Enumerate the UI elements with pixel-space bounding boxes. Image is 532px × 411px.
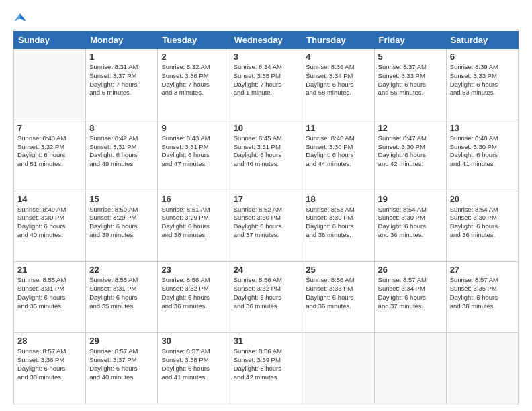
day-info: Sunrise: 8:56 AM Sunset: 3:33 PM Dayligh… — [306, 276, 370, 310]
logo-bird-icon — [14, 12, 26, 24]
day-info: Sunrise: 8:54 AM Sunset: 3:30 PM Dayligh… — [378, 205, 443, 240]
calendar-header-sunday: Sunday — [14, 32, 86, 49]
day-number: 14 — [17, 194, 82, 204]
day-info: Sunrise: 8:57 AM Sunset: 3:37 PM Dayligh… — [89, 347, 154, 381]
day-number: 28 — [17, 336, 82, 346]
day-info: Sunrise: 8:55 AM Sunset: 3:31 PM Dayligh… — [89, 276, 154, 310]
day-info: Sunrise: 8:57 AM Sunset: 3:36 PM Dayligh… — [17, 347, 82, 381]
day-number: 2 — [161, 52, 226, 62]
calendar-header-row: SundayMondayTuesdayWednesdayThursdayFrid… — [14, 32, 519, 49]
calendar-cell: 11Sunrise: 8:46 AM Sunset: 3:30 PM Dayli… — [302, 120, 374, 191]
day-number: 9 — [161, 123, 226, 133]
day-number: 19 — [378, 194, 443, 204]
day-number: 4 — [306, 52, 370, 62]
calendar-cell: 14Sunrise: 8:49 AM Sunset: 3:30 PM Dayli… — [14, 191, 86, 262]
day-number: 21 — [17, 265, 82, 275]
page: SundayMondayTuesdayWednesdayThursdayFrid… — [0, 0, 532, 411]
calendar-week-5: 28Sunrise: 8:57 AM Sunset: 3:36 PM Dayli… — [14, 333, 519, 404]
day-info: Sunrise: 8:56 AM Sunset: 3:39 PM Dayligh… — [234, 347, 299, 381]
day-number: 24 — [234, 265, 299, 275]
calendar-cell: 26Sunrise: 8:57 AM Sunset: 3:34 PM Dayli… — [374, 262, 446, 333]
day-info: Sunrise: 8:57 AM Sunset: 3:34 PM Dayligh… — [378, 276, 443, 310]
calendar-cell — [302, 333, 374, 404]
calendar-header-friday: Friday — [374, 32, 446, 49]
day-number: 7 — [17, 123, 82, 133]
day-info: Sunrise: 8:36 AM Sunset: 3:34 PM Dayligh… — [306, 63, 370, 97]
day-number: 5 — [378, 52, 443, 62]
day-info: Sunrise: 8:46 AM Sunset: 3:30 PM Dayligh… — [306, 134, 370, 169]
day-info: Sunrise: 8:34 AM Sunset: 3:35 PM Dayligh… — [234, 63, 299, 97]
calendar-header-tuesday: Tuesday — [158, 32, 230, 49]
calendar-cell: 24Sunrise: 8:56 AM Sunset: 3:32 PM Dayli… — [230, 262, 302, 333]
calendar-cell: 10Sunrise: 8:45 AM Sunset: 3:31 PM Dayli… — [230, 120, 302, 191]
calendar-cell — [14, 49, 86, 120]
calendar-cell: 20Sunrise: 8:54 AM Sunset: 3:30 PM Dayli… — [446, 191, 518, 262]
calendar-header-saturday: Saturday — [446, 32, 518, 49]
calendar-cell: 31Sunrise: 8:56 AM Sunset: 3:39 PM Dayli… — [230, 333, 302, 404]
calendar-cell: 8Sunrise: 8:42 AM Sunset: 3:31 PM Daylig… — [86, 120, 158, 191]
svg-marker-0 — [20, 13, 26, 21]
calendar-week-1: 1Sunrise: 8:31 AM Sunset: 3:37 PM Daylig… — [14, 49, 519, 120]
day-info: Sunrise: 8:31 AM Sunset: 3:37 PM Dayligh… — [89, 63, 154, 97]
day-number: 27 — [450, 265, 515, 275]
calendar-cell: 17Sunrise: 8:52 AM Sunset: 3:30 PM Dayli… — [230, 191, 302, 262]
day-number: 30 — [161, 336, 226, 346]
day-info: Sunrise: 8:48 AM Sunset: 3:30 PM Dayligh… — [450, 134, 515, 169]
calendar-week-3: 14Sunrise: 8:49 AM Sunset: 3:30 PM Dayli… — [14, 191, 519, 262]
calendar-cell: 18Sunrise: 8:53 AM Sunset: 3:30 PM Dayli… — [302, 191, 374, 262]
calendar-cell: 30Sunrise: 8:57 AM Sunset: 3:38 PM Dayli… — [158, 333, 230, 404]
day-number: 20 — [450, 194, 515, 204]
day-info: Sunrise: 8:40 AM Sunset: 3:32 PM Dayligh… — [17, 134, 82, 169]
svg-marker-1 — [14, 13, 20, 21]
day-number: 6 — [450, 52, 515, 62]
day-info: Sunrise: 8:39 AM Sunset: 3:33 PM Dayligh… — [450, 63, 515, 97]
calendar-cell: 21Sunrise: 8:55 AM Sunset: 3:31 PM Dayli… — [14, 262, 86, 333]
day-info: Sunrise: 8:52 AM Sunset: 3:30 PM Dayligh… — [234, 205, 299, 240]
day-info: Sunrise: 8:53 AM Sunset: 3:30 PM Dayligh… — [306, 205, 370, 240]
day-info: Sunrise: 8:42 AM Sunset: 3:31 PM Dayligh… — [89, 134, 154, 169]
day-info: Sunrise: 8:54 AM Sunset: 3:30 PM Dayligh… — [450, 205, 515, 240]
calendar-header-thursday: Thursday — [302, 32, 374, 49]
day-info: Sunrise: 8:37 AM Sunset: 3:33 PM Dayligh… — [378, 63, 443, 97]
calendar-header-monday: Monday — [86, 32, 158, 49]
day-info: Sunrise: 8:47 AM Sunset: 3:30 PM Dayligh… — [378, 134, 443, 169]
day-number: 29 — [89, 336, 154, 346]
calendar-cell: 4Sunrise: 8:36 AM Sunset: 3:34 PM Daylig… — [302, 49, 374, 120]
calendar-cell: 27Sunrise: 8:57 AM Sunset: 3:35 PM Dayli… — [446, 262, 518, 333]
calendar-cell: 1Sunrise: 8:31 AM Sunset: 3:37 PM Daylig… — [86, 49, 158, 120]
day-number: 8 — [89, 123, 154, 133]
day-info: Sunrise: 8:56 AM Sunset: 3:32 PM Dayligh… — [234, 276, 299, 310]
day-info: Sunrise: 8:32 AM Sunset: 3:36 PM Dayligh… — [161, 63, 226, 97]
day-number: 16 — [161, 194, 226, 204]
day-info: Sunrise: 8:51 AM Sunset: 3:29 PM Dayligh… — [161, 205, 226, 240]
calendar-cell: 23Sunrise: 8:56 AM Sunset: 3:32 PM Dayli… — [158, 262, 230, 333]
calendar-cell: 28Sunrise: 8:57 AM Sunset: 3:36 PM Dayli… — [14, 333, 86, 404]
calendar-week-4: 21Sunrise: 8:55 AM Sunset: 3:31 PM Dayli… — [14, 262, 519, 333]
logo — [13, 12, 26, 24]
calendar-cell: 9Sunrise: 8:43 AM Sunset: 3:31 PM Daylig… — [158, 120, 230, 191]
calendar-cell: 25Sunrise: 8:56 AM Sunset: 3:33 PM Dayli… — [302, 262, 374, 333]
calendar-week-2: 7Sunrise: 8:40 AM Sunset: 3:32 PM Daylig… — [14, 120, 519, 191]
day-number: 12 — [378, 123, 443, 133]
day-number: 25 — [306, 265, 370, 275]
day-info: Sunrise: 8:57 AM Sunset: 3:35 PM Dayligh… — [450, 276, 515, 310]
calendar-cell: 2Sunrise: 8:32 AM Sunset: 3:36 PM Daylig… — [158, 49, 230, 120]
calendar-cell: 16Sunrise: 8:51 AM Sunset: 3:29 PM Dayli… — [158, 191, 230, 262]
calendar-cell: 13Sunrise: 8:48 AM Sunset: 3:30 PM Dayli… — [446, 120, 518, 191]
calendar-cell: 5Sunrise: 8:37 AM Sunset: 3:33 PM Daylig… — [374, 49, 446, 120]
calendar-cell: 15Sunrise: 8:50 AM Sunset: 3:29 PM Dayli… — [86, 191, 158, 262]
calendar-cell: 7Sunrise: 8:40 AM Sunset: 3:32 PM Daylig… — [14, 120, 86, 191]
day-number: 11 — [306, 123, 370, 133]
calendar-cell: 29Sunrise: 8:57 AM Sunset: 3:37 PM Dayli… — [86, 333, 158, 404]
day-info: Sunrise: 8:49 AM Sunset: 3:30 PM Dayligh… — [17, 205, 82, 240]
day-number: 18 — [306, 194, 370, 204]
day-number: 1 — [89, 52, 154, 62]
day-number: 23 — [161, 265, 226, 275]
day-number: 10 — [234, 123, 299, 133]
calendar-cell — [446, 333, 518, 404]
day-info: Sunrise: 8:56 AM Sunset: 3:32 PM Dayligh… — [161, 276, 226, 310]
calendar-cell — [374, 333, 446, 404]
day-info: Sunrise: 8:57 AM Sunset: 3:38 PM Dayligh… — [161, 347, 226, 381]
day-number: 15 — [89, 194, 154, 204]
day-number: 13 — [450, 123, 515, 133]
